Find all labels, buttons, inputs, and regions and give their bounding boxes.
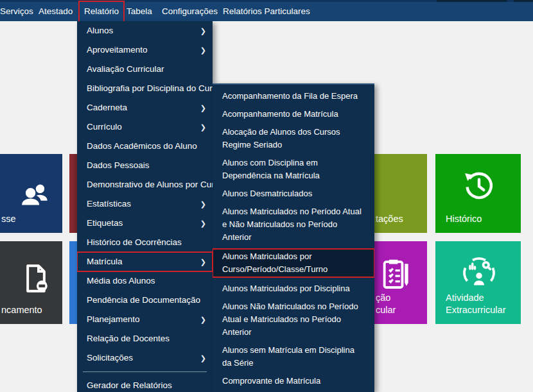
menubar-item-configuracoes[interactable]: Configurações xyxy=(162,2,218,21)
menubar-item-relatorio[interactable]: Relatório xyxy=(80,2,123,21)
chevron-right-icon: ❯ xyxy=(200,40,206,60)
menu-item-curriculo[interactable]: Currículo ❯ xyxy=(77,117,213,137)
clipboard-pen-icon xyxy=(378,255,415,295)
history-icon xyxy=(461,168,497,207)
submenu-item-label: Comprovante de Matrícula xyxy=(222,376,320,386)
menu-item-label: Estatísticas xyxy=(87,199,131,209)
menu-item-planejamento[interactable]: Planejamento ❯ xyxy=(77,310,213,329)
submenu-item-fila-espera[interactable]: Acompanhamento da Fila de Espera xyxy=(213,90,374,103)
menu-item-avaliacao-curricular[interactable]: Avaliação Curricular xyxy=(77,60,213,79)
menu-bar: Serviços Atestado Relatório Tabela Confi… xyxy=(0,0,533,21)
menu-item-media-alunos[interactable]: Média dos Alunos xyxy=(77,271,213,291)
submenu-item-label: Alunos Matriculados por Disciplina xyxy=(222,284,350,293)
chevron-right-icon: ❯ xyxy=(200,252,206,271)
tile-trancamento[interactable]: ncamento xyxy=(0,241,62,324)
menu-item-dados-academicos[interactable]: Dados Acadêmicos do Aluno xyxy=(77,137,213,156)
menu-separator xyxy=(83,371,207,372)
menu-item-label: Bibliografia por Disciplina do Curso xyxy=(87,83,213,93)
menu-item-estatisticas[interactable]: Estatísticas ❯ xyxy=(77,194,213,214)
submenu-item-label: Acompanhamento da Fila de Espera xyxy=(222,91,358,101)
menu-item-label: Currículo xyxy=(87,122,122,132)
menu-item-label: Demonstrativo de Alunos por Curso xyxy=(87,180,213,189)
menu-item-demonstrativo[interactable]: Demonstrativo de Alunos por Curso xyxy=(77,175,213,194)
menu-item-label: Dados Pessoais xyxy=(87,160,150,170)
submenu-item-label: Acompanhamento de Matrícula xyxy=(222,109,338,119)
tile-label: sse xyxy=(1,213,16,225)
submenu-item-comprovante-matricula[interactable]: Comprovante de Matrícula xyxy=(213,375,374,388)
document-remove-icon xyxy=(18,260,54,299)
tile-classe[interactable]: sse xyxy=(0,154,62,233)
submenu-item-label: Alunos Matriculados por Curso/Período/Cl… xyxy=(222,251,328,274)
submenu-item-acompanhamento-matricula[interactable]: Acompanhamento de Matrícula xyxy=(213,108,374,121)
menu-item-label: Relação de Docentes xyxy=(87,334,170,343)
menu-item-label: Média dos Alunos xyxy=(87,276,155,285)
users-icon xyxy=(18,177,54,216)
menu-item-etiquetas[interactable]: Etiquetas ❯ xyxy=(77,214,213,233)
menu-item-label: Alunos xyxy=(87,26,113,35)
tile-label: Atividade Extracurricular xyxy=(446,292,505,316)
menu-item-solicitacoes[interactable]: Solicitações ❯ xyxy=(77,348,213,368)
tile-label: ção cular xyxy=(376,292,396,316)
tile-atividade[interactable]: Atividade Extracurricular xyxy=(435,241,521,324)
tile-avaliacao[interactable]: ção cular xyxy=(374,241,427,324)
menu-item-label: Histórico de Ocorrências xyxy=(87,237,182,247)
menubar-item-servicos[interactable]: Serviços xyxy=(0,2,33,21)
submenu-item-disciplina-dependencia[interactable]: Alunos com Disciplina em Dependência na … xyxy=(213,157,374,182)
menu-item-label: Planejamento xyxy=(87,314,140,324)
window-top-segment xyxy=(437,0,507,2)
window-top-segment xyxy=(514,0,533,2)
menubar-item-tabela[interactable]: Tabela xyxy=(127,2,152,21)
submenu-item-alunos-desmatriculados[interactable]: Alunos Desmatriculados xyxy=(213,187,374,200)
tile-label: Histórico xyxy=(446,213,482,225)
menu-item-label: Aproveitamento xyxy=(87,45,148,55)
chevron-right-icon: ❯ xyxy=(200,348,206,368)
menu-item-bibliografia[interactable]: Bibliografia por Disciplina do Curso xyxy=(77,79,213,98)
menubar-item-relatorios-particulares[interactable]: Relatórios Particulares xyxy=(223,2,310,21)
chevron-right-icon: ❯ xyxy=(200,310,206,329)
matricula-submenu: Acompanhamento da Fila de Espera Acompan… xyxy=(213,83,374,392)
menu-item-caderneta[interactable]: Caderneta ❯ xyxy=(77,98,213,117)
menu-item-label: Matrícula xyxy=(87,257,123,266)
submenu-item-label: Alunos sem Matrícula em Disciplina da Sé… xyxy=(222,345,354,368)
tile-historico[interactable]: Histórico xyxy=(435,154,521,233)
menu-item-aproveitamento[interactable]: Aproveitamento ❯ xyxy=(77,40,213,60)
menu-item-label: Dados Acadêmicos do Aluno xyxy=(87,141,197,151)
menu-item-alunos[interactable]: Alunos ❯ xyxy=(77,21,213,40)
menu-item-label: Solicitações xyxy=(87,353,133,362)
chevron-right-icon: ❯ xyxy=(200,214,206,233)
menu-item-relacao-docentes[interactable]: Relação de Docentes xyxy=(77,329,213,348)
menu-item-gerador-relatorios[interactable]: Gerador de Relatórios xyxy=(77,376,213,392)
menu-item-label: Etiquetas xyxy=(87,218,123,228)
tile-label: tações xyxy=(376,213,403,225)
submenu-item-alocacao-regime-seriado[interactable]: Alocação de Alunos dos Cursos Regime Ser… xyxy=(213,126,374,151)
submenu-item-label: Alunos Não Matriculados no Período Atual… xyxy=(222,302,358,337)
menu-item-label: Gerador de Relatórios xyxy=(87,380,172,390)
menu-item-historico-ocorrencias[interactable]: Histórico de Ocorrências xyxy=(77,233,213,252)
menubar-item-atestado[interactable]: Atestado xyxy=(39,2,73,21)
tile-maroon-strip[interactable] xyxy=(69,154,77,233)
submenu-item-label: Alocação de Alunos dos Cursos Regime Ser… xyxy=(222,127,340,149)
submenu-item-label: Alunos Matriculados no Período Atual e N… xyxy=(222,207,362,242)
menu-item-label: Avaliação Curricular xyxy=(87,64,164,74)
chevron-right-icon: ❯ xyxy=(200,21,206,40)
submenu-item-sem-matricula-disciplina-serie[interactable]: Alunos sem Matrícula em Disciplina da Sé… xyxy=(213,344,374,370)
menu-item-matricula[interactable]: Matrícula ❯ xyxy=(77,252,213,271)
chevron-right-icon: ❯ xyxy=(200,98,206,117)
submenu-item-matriculados-atual-nao-anterior[interactable]: Alunos Matriculados no Período Atual e N… xyxy=(213,205,374,244)
tile-blue-strip[interactable] xyxy=(69,241,77,324)
submenu-item-label: Alunos Desmatriculados xyxy=(222,189,312,198)
relatorio-dropdown-menu: Alunos ❯ Aproveitamento ❯ Avaliação Curr… xyxy=(77,21,213,392)
menu-item-label: Pendência de Documentação xyxy=(87,295,200,305)
tile-solicitacoes[interactable]: tações xyxy=(374,154,427,233)
extracurricular-activity-icon xyxy=(460,253,498,294)
submenu-item-matriculados-por-disciplina[interactable]: Alunos Matriculados por Disciplina xyxy=(213,282,374,295)
menu-item-dados-pessoais[interactable]: Dados Pessoais xyxy=(77,156,213,175)
submenu-item-label: Alunos com Disciplina em Dependência na … xyxy=(222,158,320,180)
chevron-right-icon: ❯ xyxy=(200,194,206,214)
menu-item-pendencia-documentacao[interactable]: Pendência de Documentação xyxy=(77,291,213,310)
submenu-item-nao-matriculados-atual-matriculados-anterior[interactable]: Alunos Não Matriculados no Período Atual… xyxy=(213,300,374,339)
chevron-right-icon: ❯ xyxy=(200,117,206,137)
tile-label: ncamento xyxy=(1,304,42,316)
submenu-item-matriculados-curso-periodo-classe-turno[interactable]: Alunos Matriculados por Curso/Período/Cl… xyxy=(213,249,374,277)
menu-item-label: Caderneta xyxy=(87,103,127,112)
